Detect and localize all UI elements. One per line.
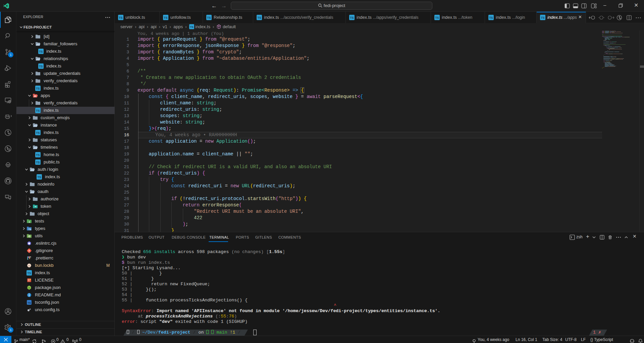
svg-text:TS: TS [28, 228, 31, 231]
svg-text:n: n [29, 287, 30, 289]
svg-text:TS: TS [28, 301, 31, 304]
